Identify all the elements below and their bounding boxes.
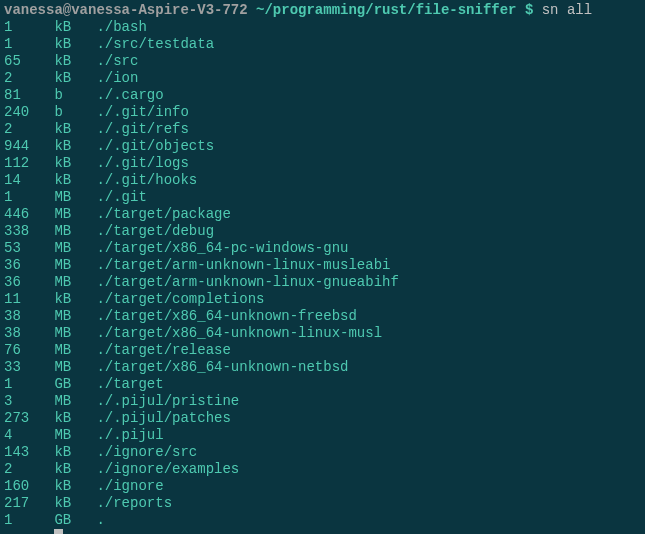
prompt-symbol: $ — [525, 2, 533, 18]
output-row: 36 MB ./target/arm-unknown-linux-gnueabi… — [4, 274, 641, 291]
output-row: 3 MB ./.pijul/pristine — [4, 393, 641, 410]
user-host: vanessa@vanessa-Aspire-V3-772 — [4, 2, 248, 18]
output-row: 1 MB ./.git — [4, 189, 641, 206]
command[interactable]: sn all — [542, 2, 592, 18]
output-row: 11 kB ./target/completions — [4, 291, 641, 308]
output-row: 1 GB . — [4, 512, 641, 529]
output-row: 944 kB ./.git/objects — [4, 138, 641, 155]
output-row: 65 kB ./src — [4, 53, 641, 70]
output-row: 2 kB ./.git/refs — [4, 121, 641, 138]
prompt-line: vanessa@vanessa-Aspire-V3-772 ~/programm… — [4, 2, 641, 19]
output-row: 38 MB ./target/x86_64-unknown-freebsd — [4, 308, 641, 325]
output-row: 160 kB ./ignore — [4, 478, 641, 495]
next-prompt-line — [4, 529, 641, 534]
output-row: 446 MB ./target/package — [4, 206, 641, 223]
output-row: 4 MB ./.pijul — [4, 427, 641, 444]
output-row: 38 MB ./target/x86_64-unknown-linux-musl — [4, 325, 641, 342]
output-row: 1 GB ./target — [4, 376, 641, 393]
output-row: 338 MB ./target/debug — [4, 223, 641, 240]
output-row: 273 kB ./.pijul/patches — [4, 410, 641, 427]
output-row: 112 kB ./.git/logs — [4, 155, 641, 172]
output-row: 1 kB ./src/testdata — [4, 36, 641, 53]
output-row: 1 kB ./bash — [4, 19, 641, 36]
output-row: 143 kB ./ignore/src — [4, 444, 641, 461]
output-row: 33 MB ./target/x86_64-unknown-netbsd — [4, 359, 641, 376]
output-row: 81 b ./.cargo — [4, 87, 641, 104]
output-row: 240 b ./.git/info — [4, 104, 641, 121]
cursor-block — [54, 529, 62, 534]
output-row: 14 kB ./.git/hooks — [4, 172, 641, 189]
cwd: ~/programming/rust/file-sniffer — [256, 2, 516, 18]
output-row: 76 MB ./target/release — [4, 342, 641, 359]
output-row: 53 MB ./target/x86_64-pc-windows-gnu — [4, 240, 641, 257]
output-rows: 1 kB ./bash1 kB ./src/testdata65 kB ./sr… — [4, 19, 641, 529]
output-row: 2 kB ./ignore/examples — [4, 461, 641, 478]
output-row: 2 kB ./ion — [4, 70, 641, 87]
output-row: 217 kB ./reports — [4, 495, 641, 512]
output-row: 36 MB ./target/arm-unknown-linux-musleab… — [4, 257, 641, 274]
